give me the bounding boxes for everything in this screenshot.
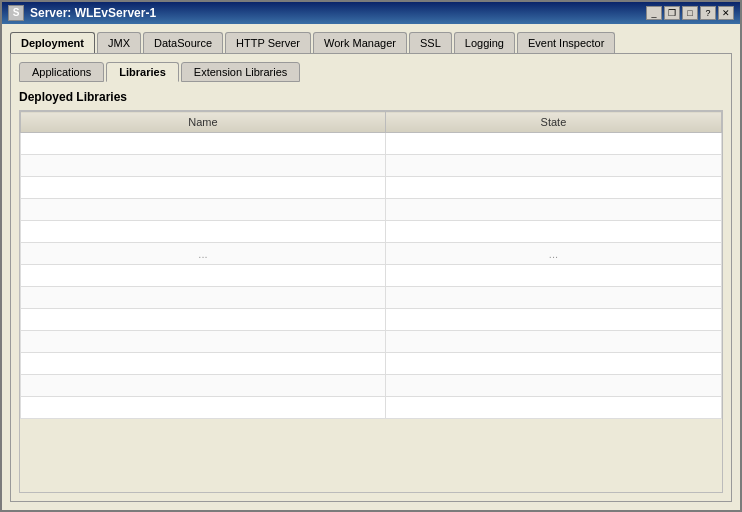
cell-name	[21, 375, 386, 397]
main-window: S Server: WLEvServer-1 _ ❒ □ ? ✕ Deploym…	[0, 0, 742, 512]
table-row[interactable]	[21, 155, 722, 177]
section-title: Deployed Libraries	[19, 90, 723, 104]
tab-event-inspector[interactable]: Event Inspector	[517, 32, 615, 53]
table-row[interactable]	[21, 221, 722, 243]
cell-state	[385, 309, 721, 331]
window-title: Server: WLEvServer-1	[30, 6, 156, 20]
table-row[interactable]	[21, 287, 722, 309]
main-tabs: Deployment JMX DataSource HTTP Server Wo…	[6, 28, 736, 53]
table-row[interactable]	[21, 265, 722, 287]
col-name: Name	[21, 112, 386, 133]
table-row[interactable]	[21, 309, 722, 331]
cell-state	[385, 353, 721, 375]
cell-state	[385, 397, 721, 419]
cell-name	[21, 265, 386, 287]
table-header-row: Name State	[21, 112, 722, 133]
col-state: State	[385, 112, 721, 133]
data-table: Name State ......	[20, 111, 722, 419]
help-button[interactable]: ?	[700, 6, 716, 20]
table-body: ......	[21, 133, 722, 419]
cell-state: ...	[385, 243, 721, 265]
cell-name	[21, 133, 386, 155]
close-button[interactable]: ✕	[718, 6, 734, 20]
tab-deployment[interactable]: Deployment	[10, 32, 95, 53]
tab-jmx[interactable]: JMX	[97, 32, 141, 53]
maximize-button[interactable]: □	[682, 6, 698, 20]
restore-button[interactable]: ❒	[664, 6, 680, 20]
sub-tab-extension-libraries[interactable]: Extension Libraries	[181, 62, 301, 82]
window-content: Deployment JMX DataSource HTTP Server Wo…	[2, 24, 740, 510]
cell-name	[21, 331, 386, 353]
cell-state	[385, 265, 721, 287]
sub-tabs: Applications Libraries Extension Librari…	[19, 62, 723, 82]
cell-name	[21, 353, 386, 375]
table-row[interactable]	[21, 375, 722, 397]
window-icon: S	[8, 5, 24, 21]
cell-state	[385, 221, 721, 243]
table-row[interactable]	[21, 133, 722, 155]
sub-tab-applications[interactable]: Applications	[19, 62, 104, 82]
minimize-button[interactable]: _	[646, 6, 662, 20]
title-bar: S Server: WLEvServer-1 _ ❒ □ ? ✕	[2, 2, 740, 24]
table-row[interactable]: ......	[21, 243, 722, 265]
cell-state	[385, 155, 721, 177]
cell-name	[21, 287, 386, 309]
main-panel: Applications Libraries Extension Librari…	[10, 53, 732, 502]
title-bar-buttons: _ ❒ □ ? ✕	[646, 6, 734, 20]
cell-name	[21, 155, 386, 177]
cell-name	[21, 397, 386, 419]
cell-name: ...	[21, 243, 386, 265]
tab-ssl[interactable]: SSL	[409, 32, 452, 53]
tab-datasource[interactable]: DataSource	[143, 32, 223, 53]
table-row[interactable]	[21, 199, 722, 221]
cell-state	[385, 331, 721, 353]
cell-name	[21, 221, 386, 243]
cell-name	[21, 177, 386, 199]
table-row[interactable]	[21, 331, 722, 353]
cell-state	[385, 177, 721, 199]
table-row[interactable]	[21, 353, 722, 375]
table-container[interactable]: Name State ......	[19, 110, 723, 493]
cell-state	[385, 199, 721, 221]
tab-logging[interactable]: Logging	[454, 32, 515, 53]
tab-work-manager[interactable]: Work Manager	[313, 32, 407, 53]
cell-name	[21, 199, 386, 221]
cell-state	[385, 375, 721, 397]
tab-http-server[interactable]: HTTP Server	[225, 32, 311, 53]
cell-state	[385, 133, 721, 155]
table-row[interactable]	[21, 177, 722, 199]
cell-state	[385, 287, 721, 309]
sub-tab-libraries[interactable]: Libraries	[106, 62, 178, 82]
title-bar-text: S Server: WLEvServer-1	[8, 5, 156, 21]
table-row[interactable]	[21, 397, 722, 419]
cell-name	[21, 309, 386, 331]
